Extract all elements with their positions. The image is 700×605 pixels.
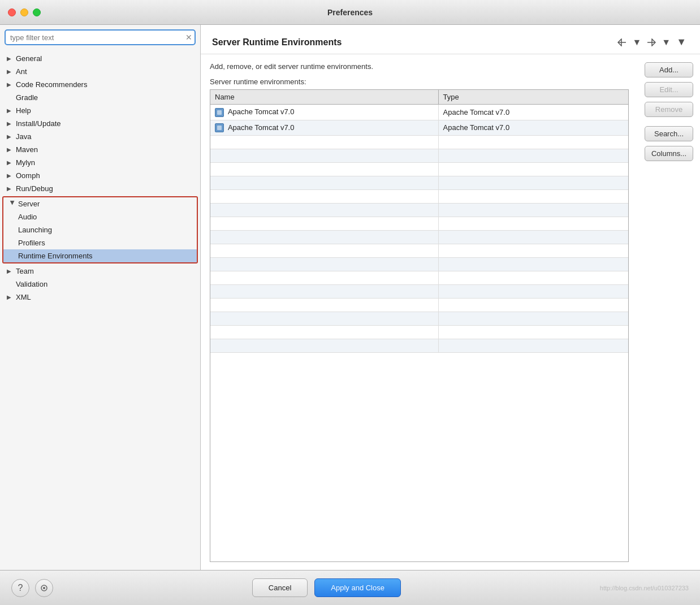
- arrow-icon: ▶: [7, 268, 14, 274]
- table-body: Apache Tomcat v7.0 Apache Tomcat v7.0 Ap…: [210, 105, 628, 353]
- table-row-empty: [210, 217, 628, 231]
- sidebar-item-team[interactable]: ▶ Team: [0, 265, 200, 278]
- arrow-icon: ▶: [7, 120, 14, 127]
- sidebar-item-runtime-environments[interactable]: ▶ Runtime Environments: [3, 249, 197, 262]
- arrow-icon: ▶: [7, 146, 14, 153]
- sidebar-item-xml[interactable]: ▶ XML: [0, 291, 200, 304]
- traffic-lights: [8, 8, 41, 16]
- sidebar-item-label: Audio: [18, 213, 37, 221]
- table-row-empty: [210, 299, 628, 312]
- minimize-button[interactable]: [20, 8, 28, 16]
- edit-button[interactable]: Edit...: [645, 82, 693, 97]
- sidebar-item-help[interactable]: ▶ Help: [0, 104, 200, 117]
- maximize-button[interactable]: [33, 8, 41, 16]
- panel-main: Add, remove, or edit server runtime envi…: [201, 54, 638, 570]
- sidebar-item-mylyn[interactable]: ▶ Mylyn: [0, 156, 200, 169]
- sidebar-item-label: Team: [16, 267, 34, 275]
- sidebar: ✕ ▶ General ▶ Ant ▶ Code Recommenders ▶ …: [0, 25, 201, 570]
- server-icon: [215, 108, 224, 117]
- nav-back-button[interactable]: [615, 37, 629, 47]
- sidebar-item-profilers[interactable]: ▶ Profilers: [3, 236, 197, 249]
- search-clear-button[interactable]: ✕: [185, 33, 192, 41]
- apply-close-button[interactable]: Apply and Close: [314, 578, 401, 597]
- table-row-empty: [210, 204, 628, 217]
- arrow-icon: ▶: [7, 294, 14, 300]
- arrow-icon: ▶: [7, 55, 14, 62]
- sidebar-item-label: Install/Update: [16, 119, 61, 128]
- sidebar-item-general[interactable]: ▶ General: [0, 52, 200, 65]
- sidebar-item-code-recommenders[interactable]: ▶ Code Recommenders: [0, 78, 200, 91]
- svg-point-5: [43, 587, 45, 589]
- sidebar-item-label: Maven: [16, 145, 38, 154]
- nav-forward-button[interactable]: [645, 37, 658, 47]
- sidebar-item-label: Runtime Environments: [18, 252, 93, 260]
- sidebar-item-validation[interactable]: ▶ Validation: [0, 278, 200, 291]
- table-row-empty: [210, 312, 628, 326]
- table-row-empty: [210, 258, 628, 271]
- table-row-empty: [210, 136, 628, 149]
- table-row-empty: [210, 176, 628, 190]
- table-cell-name: Apache Tomcat v7.0: [210, 120, 438, 136]
- sidebar-item-label: Help: [16, 106, 31, 115]
- add-button[interactable]: Add...: [645, 62, 693, 77]
- titlebar: Preferences: [0, 0, 700, 25]
- nav-back-dropdown-button[interactable]: ▼: [631, 37, 642, 47]
- table-row-empty: [210, 326, 628, 339]
- sidebar-item-label: Java: [16, 132, 31, 141]
- search-box-wrap: ✕: [0, 25, 200, 50]
- bottom-bar: ? Cancel Apply and Close http://blog.csd…: [0, 570, 700, 605]
- sidebar-item-gradle[interactable]: ▶ Gradle: [0, 91, 200, 104]
- sidebar-item-audio[interactable]: ▶ Audio: [3, 210, 197, 223]
- cancel-button[interactable]: Cancel: [252, 578, 308, 597]
- panel-nav-icons: ▼ ▼ ▼: [615, 35, 689, 49]
- sidebar-item-label: General: [16, 54, 42, 63]
- sidebar-item-install-update[interactable]: ▶ Install/Update: [0, 117, 200, 130]
- panel-body: Add, remove, or edit server runtime envi…: [201, 54, 700, 570]
- table-cell-name: Apache Tomcat v7.0: [210, 105, 438, 120]
- table-cell-name-text: Apache Tomcat v7.0: [228, 123, 295, 132]
- table-cell-type: Apache Tomcat v7.0: [438, 120, 628, 136]
- search-box-container: ✕: [5, 29, 196, 45]
- arrow-icon: ▶: [7, 185, 14, 192]
- sidebar-item-run-debug[interactable]: ▶ Run/Debug: [0, 182, 200, 195]
- arrow-icon: ▶: [7, 172, 14, 179]
- right-panel: Server Runtime Environments ▼ ▼ ▼ Add, r…: [201, 25, 700, 570]
- col-header-name: Name: [210, 90, 438, 105]
- environments-table[interactable]: Name Type Apache Tomcat v7.0 Apache Tomc…: [210, 89, 629, 562]
- remove-button[interactable]: Remove: [645, 102, 693, 117]
- sidebar-item-label: Profilers: [18, 239, 45, 247]
- sidebar-item-server[interactable]: ▶ Server: [3, 197, 197, 210]
- columns-button[interactable]: Columns...: [645, 146, 693, 161]
- table-row-empty: [210, 190, 628, 204]
- sidebar-item-maven[interactable]: ▶ Maven: [0, 143, 200, 156]
- sidebar-item-launching[interactable]: ▶ Launching: [3, 223, 197, 236]
- table-row[interactable]: Apache Tomcat v7.0 Apache Tomcat v7.0: [210, 120, 628, 136]
- bottom-right-buttons: Cancel Apply and Close: [252, 578, 401, 597]
- server-group: ▶ Server ▶ Audio ▶ Launching ▶ Profilers…: [2, 196, 198, 263]
- sidebar-item-label: Code Recommenders: [16, 80, 87, 89]
- watermark: http://blog.csdn.net/u010327233: [600, 585, 689, 591]
- table-row[interactable]: Apache Tomcat v7.0 Apache Tomcat v7.0: [210, 105, 628, 120]
- sidebar-item-oomph[interactable]: ▶ Oomph: [0, 169, 200, 182]
- sidebar-item-ant[interactable]: ▶ Ant: [0, 65, 200, 78]
- nav-menu-button[interactable]: ▼: [674, 35, 689, 49]
- window-title: Preferences: [327, 8, 373, 17]
- side-buttons: Add... Edit... Remove Search... Columns.…: [638, 54, 700, 570]
- help-button[interactable]: ?: [11, 579, 29, 597]
- arrow-icon: ▶: [7, 133, 14, 140]
- sidebar-item-label: Oomph: [16, 171, 40, 180]
- arrow-icon: ▶: [7, 81, 14, 88]
- bottom-left-icons: ?: [11, 579, 53, 597]
- sidebar-item-java[interactable]: ▶ Java: [0, 130, 200, 143]
- table-cell-name-text: Apache Tomcat v7.0: [228, 107, 295, 116]
- nav-forward-dropdown-button[interactable]: ▼: [660, 37, 672, 47]
- arrow-icon: ▶: [7, 107, 14, 114]
- panel-title: Server Runtime Environments: [212, 37, 342, 47]
- search-input[interactable]: [5, 29, 196, 45]
- preferences-button[interactable]: [35, 579, 53, 597]
- sidebar-item-label: Gradle: [16, 93, 38, 102]
- panel-header: Server Runtime Environments ▼ ▼ ▼: [201, 25, 700, 54]
- search-button[interactable]: Search...: [645, 126, 693, 141]
- close-button[interactable]: [8, 8, 16, 16]
- sidebar-item-label: Server: [18, 200, 40, 208]
